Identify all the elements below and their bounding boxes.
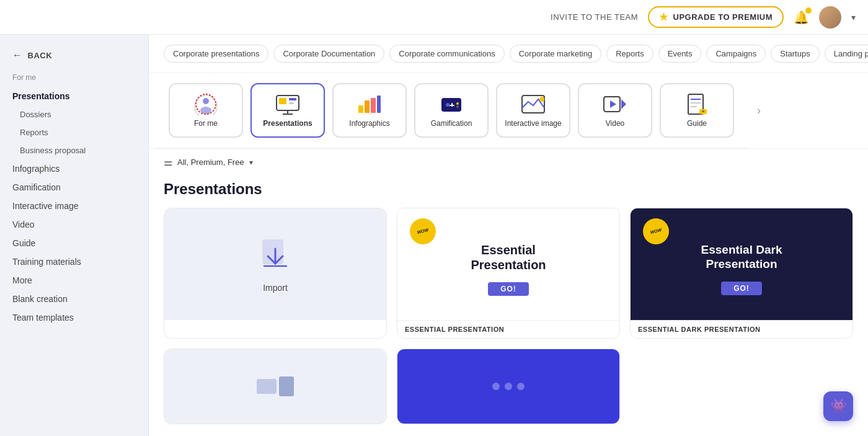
- gamification-card-label: Gamification: [431, 119, 472, 128]
- presentations-card-label: Presentations: [263, 119, 312, 128]
- sidebar-item-blank-creation[interactable]: Blank creation: [0, 290, 148, 308]
- filter-row: ⚌ All, Premium, Free ▾: [149, 149, 868, 176]
- essential-go-button[interactable]: GO!: [488, 282, 529, 296]
- sidebar-item-reports[interactable]: Reports: [0, 123, 148, 141]
- essential-thumb: WOW EssentialPresentation GO!: [397, 208, 619, 320]
- sidebar-section-for-me: For me: [0, 71, 148, 87]
- guide-card-label: Guide: [687, 119, 707, 128]
- category-pill[interactable]: Corporate Documentation: [273, 45, 384, 63]
- sidebar-item-presentations[interactable]: Presentations: [0, 87, 148, 105]
- category-card-infographics[interactable]: Infographics: [332, 83, 407, 138]
- for-me-card-icon: [192, 93, 219, 115]
- infographics-card-label: Infographics: [349, 119, 389, 128]
- wow-badge-dark: WOW: [640, 215, 671, 247]
- essential-template-name: ESSENTIAL PRESENTATION: [397, 320, 619, 338]
- svg-point-1: [203, 98, 209, 104]
- sidebar-item-guide[interactable]: Guide: [0, 234, 148, 252]
- invite-button[interactable]: INVITE TO THE TEAM: [551, 12, 638, 22]
- category-card-for-me[interactable]: For me: [169, 83, 243, 138]
- category-pill[interactable]: Landing pages: [825, 45, 868, 63]
- svg-marker-24: [610, 100, 616, 108]
- category-card-gamification[interactable]: Gamification: [414, 83, 489, 138]
- video-card-label: Video: [606, 119, 624, 128]
- upgrade-button[interactable]: ★ UPGRADE TO PREMIUM: [648, 6, 784, 28]
- import-thumb: Import: [164, 208, 386, 320]
- template-card-essential-dark[interactable]: WOW Essential DarkPresentation GO! ESSEN…: [630, 208, 853, 339]
- back-arrow-icon: ←: [12, 50, 23, 61]
- svg-rect-10: [358, 105, 363, 113]
- category-pill[interactable]: Startups: [771, 45, 819, 63]
- video-card-icon: [601, 93, 629, 115]
- essential-title: EssentialPresentation: [471, 242, 546, 272]
- category-card-interactive-image[interactable]: Interactive image: [496, 83, 570, 138]
- interactive-image-card-icon: [520, 93, 547, 115]
- svg-rect-6: [289, 98, 296, 100]
- sidebar-item-team-templates[interactable]: Team templates: [0, 308, 148, 327]
- back-button[interactable]: ← BACK: [0, 45, 64, 71]
- chat-widget[interactable]: 👾: [823, 391, 853, 421]
- svg-marker-23: [621, 99, 626, 109]
- svg-point-19: [456, 105, 459, 108]
- interactive-image-card-label: Interactive image: [505, 119, 561, 128]
- main-layout: ← BACK For me PresentationsDossiersRepor…: [0, 35, 868, 436]
- preview-icons: [257, 376, 294, 396]
- sidebar-item-video[interactable]: Video: [0, 215, 148, 234]
- template-card-bottom-2[interactable]: [397, 349, 620, 424]
- svg-rect-12: [371, 98, 376, 113]
- category-pill[interactable]: Events: [658, 45, 702, 63]
- filter-chevron-icon[interactable]: ▾: [249, 158, 253, 167]
- template-card-bottom-1[interactable]: [164, 349, 387, 424]
- header: INVITE TO THE TEAM ★ UPGRADE TO PREMIUM …: [0, 0, 868, 35]
- sidebar-nav: PresentationsDossiersReportsBusiness pro…: [0, 87, 148, 327]
- user-menu-chevron[interactable]: ▾: [851, 12, 856, 22]
- back-label: BACK: [28, 51, 53, 60]
- content-area: Corporate presentationsCorporate Documen…: [149, 35, 868, 436]
- sidebar-item-interactive-image[interactable]: Interactive image: [0, 197, 148, 215]
- cards-scroll-right[interactable]: ›: [749, 84, 769, 138]
- preview-thumb-2: [397, 349, 619, 424]
- wow-badge: WOW: [407, 215, 438, 247]
- svg-point-21: [539, 97, 544, 102]
- section-title: Presentations: [149, 176, 868, 208]
- avatar[interactable]: [819, 6, 841, 29]
- category-pill[interactable]: Corporate marketing: [510, 45, 602, 63]
- infographics-card-icon: [356, 93, 383, 115]
- svg-rect-17: [450, 105, 454, 106]
- notification-badge: [805, 7, 812, 14]
- sidebar-item-training-materials[interactable]: Training materials: [0, 252, 148, 271]
- sidebar-item-infographics[interactable]: Infographics: [0, 159, 148, 178]
- dark-essential-title: Essential DarkPresentation: [701, 243, 782, 272]
- category-pill[interactable]: Corporate presentations: [164, 45, 268, 63]
- svg-rect-13: [377, 96, 381, 113]
- category-pill[interactable]: Campaigns: [706, 45, 766, 63]
- star-icon: ★: [659, 11, 668, 23]
- sidebar-item-gamification[interactable]: Gamification: [0, 178, 148, 197]
- gamification-card-icon: [438, 93, 465, 115]
- svg-point-18: [456, 102, 459, 105]
- svg-text:≡: ≡: [702, 109, 704, 113]
- category-cards-row: For mePresentationsInfographicsGamificat…: [154, 73, 749, 148]
- dark-template-name: ESSENTIAL DARK PRESENTATION: [631, 320, 852, 338]
- dark-go-button[interactable]: GO!: [721, 282, 762, 295]
- filter-icon: ⚌: [164, 156, 172, 168]
- category-card-video[interactable]: Video: [578, 83, 652, 138]
- svg-rect-7: [289, 102, 294, 104]
- category-card-guide[interactable]: ≡Guide: [660, 83, 734, 138]
- chat-icon: 👾: [830, 398, 847, 414]
- notification-bell[interactable]: 🔔: [794, 10, 809, 25]
- category-pill[interactable]: Corporate communications: [389, 45, 504, 63]
- category-card-presentations[interactable]: Presentations: [250, 83, 325, 138]
- svg-point-15: [446, 103, 450, 107]
- upgrade-label: UPGRADE TO PREMIUM: [673, 12, 773, 22]
- import-icon: [258, 236, 293, 278]
- template-grid: Import WOW EssentialPresentation GO! ESS…: [149, 208, 868, 436]
- template-card-import[interactable]: Import: [164, 208, 387, 339]
- sidebar-item-business-proposal[interactable]: Business proposal: [0, 141, 148, 159]
- sidebar-item-more[interactable]: More: [0, 271, 148, 290]
- category-pill[interactable]: Reports: [606, 45, 653, 63]
- template-card-essential[interactable]: WOW EssentialPresentation GO! ESSENTIAL …: [397, 208, 620, 339]
- sidebar-item-dossiers[interactable]: Dossiers: [0, 105, 148, 123]
- for-me-card-label: For me: [194, 119, 218, 128]
- svg-rect-5: [279, 98, 286, 104]
- import-label: Import: [263, 283, 288, 293]
